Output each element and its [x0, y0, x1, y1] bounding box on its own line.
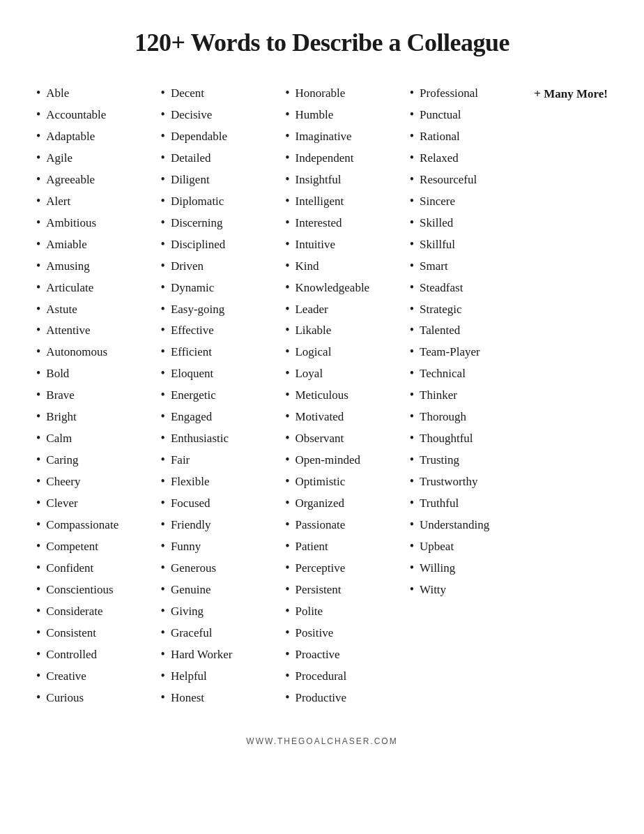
list-item: Resourceful — [410, 169, 535, 190]
list-item: Strategic — [410, 298, 535, 320]
list-item: Effective — [161, 319, 286, 341]
list-item: Diplomatic — [161, 190, 286, 212]
list-item: Generous — [161, 557, 286, 579]
list-item: Competent — [36, 536, 161, 557]
list-item: Passionate — [285, 514, 410, 536]
list-item: Smart — [410, 255, 535, 277]
list-item: Bold — [36, 363, 161, 384]
list-item: Thorough — [410, 406, 535, 427]
list-item: Thinker — [410, 384, 535, 406]
list-item: Decent — [161, 82, 286, 104]
list-item: Hard Worker — [161, 644, 286, 665]
list-item: Relaxed — [410, 147, 535, 169]
list-item: Compassionate — [36, 514, 161, 536]
list-item: Friendly — [161, 514, 286, 536]
list-item: Genuine — [161, 579, 286, 600]
list-item: Clever — [36, 492, 161, 514]
list-item: Astute — [36, 298, 161, 320]
list-item: Procedural — [285, 665, 410, 687]
list-item: Technical — [410, 363, 535, 384]
list-item: Honest — [161, 687, 286, 708]
list-item: Willing — [410, 557, 535, 579]
list-item: Eloquent — [161, 363, 286, 384]
column-4: ProfessionalPunctualRationalRelaxedResou… — [410, 82, 535, 600]
list-item: Bright — [36, 406, 161, 427]
list-item: Agreeable — [36, 169, 161, 190]
list-item: Likable — [285, 319, 410, 341]
list-item: Team-Player — [410, 341, 535, 363]
list-item: Decisive — [161, 104, 286, 126]
list-item: Focused — [161, 492, 286, 514]
list-item: Caring — [36, 449, 161, 471]
list-item: Meticulous — [285, 384, 410, 406]
list-item: Humble — [285, 104, 410, 126]
list-item: Attentive — [36, 319, 161, 341]
list-item: Proactive — [285, 644, 410, 665]
list-item: Understanding — [410, 514, 535, 536]
list-item: Polite — [285, 600, 410, 622]
footer: WWW.THEGOALCHASER.COM — [36, 736, 608, 746]
page-title: 120+ Words to Describe a Colleague — [36, 28, 608, 57]
list-item: Motivated — [285, 406, 410, 427]
list-item: Amiable — [36, 234, 161, 255]
list-item: Consistent — [36, 622, 161, 644]
list-item: Observant — [285, 427, 410, 449]
list-item: Productive — [285, 687, 410, 708]
list-item: Easy-going — [161, 298, 286, 320]
list-item: Positive — [285, 622, 410, 644]
list-item: Fair — [161, 449, 286, 471]
list-item: Skillful — [410, 234, 535, 255]
list-item: Insightful — [285, 169, 410, 190]
list-item: Energetic — [161, 384, 286, 406]
list-item: Sincere — [410, 190, 535, 212]
list-item: Open-minded — [285, 449, 410, 471]
list-item: Accountable — [36, 104, 161, 126]
list-item: Patient — [285, 536, 410, 557]
list-item: Independent — [285, 147, 410, 169]
list-item: Considerate — [36, 600, 161, 622]
list-item: Trusting — [410, 449, 535, 471]
list-item: Brave — [36, 384, 161, 406]
list-item: Dynamic — [161, 277, 286, 298]
list-item: Enthusiastic — [161, 427, 286, 449]
list-item: Punctual — [410, 104, 535, 126]
list-item: Efficient — [161, 341, 286, 363]
list-item: Skilled — [410, 212, 535, 234]
column-3: HonorableHumbleImaginativeIndependentIns… — [285, 82, 410, 708]
list-item: Giving — [161, 600, 286, 622]
list-item: Flexible — [161, 471, 286, 492]
list-item: Knowledgeable — [285, 277, 410, 298]
list-item: Persistent — [285, 579, 410, 600]
list-item: Disciplined — [161, 234, 286, 255]
list-item: Alert — [36, 190, 161, 212]
list-item: Organized — [285, 492, 410, 514]
list-item: Detailed — [161, 147, 286, 169]
list-item: Driven — [161, 255, 286, 277]
list-item: Creative — [36, 665, 161, 687]
list-item: Articulate — [36, 277, 161, 298]
list-item: Truthful — [410, 492, 535, 514]
column-1: AbleAccountableAdaptableAgileAgreeableAl… — [36, 82, 161, 708]
list-item: Confident — [36, 557, 161, 579]
list-item: Conscientious — [36, 579, 161, 600]
list-item: Funny — [161, 536, 286, 557]
columns-wrapper: AbleAccountableAdaptableAgileAgreeableAl… — [36, 82, 608, 708]
list-item: Curious — [36, 687, 161, 708]
list-item: Interested — [285, 212, 410, 234]
list-item: Engaged — [161, 406, 286, 427]
list-item: Diligent — [161, 169, 286, 190]
list-item: Calm — [36, 427, 161, 449]
list-item: Dependable — [161, 126, 286, 147]
list-item: Able — [36, 82, 161, 104]
list-item: Loyal — [285, 363, 410, 384]
list-item: Amusing — [36, 255, 161, 277]
list-item: Kind — [285, 255, 410, 277]
list-item: Intuitive — [285, 234, 410, 255]
list-item: Trustworthy — [410, 471, 535, 492]
list-item: Talented — [410, 319, 535, 341]
list-item: Autonomous — [36, 341, 161, 363]
list-item: Intelligent — [285, 190, 410, 212]
list-item: Discerning — [161, 212, 286, 234]
list-item: Controlled — [36, 644, 161, 665]
list-item: Agile — [36, 147, 161, 169]
